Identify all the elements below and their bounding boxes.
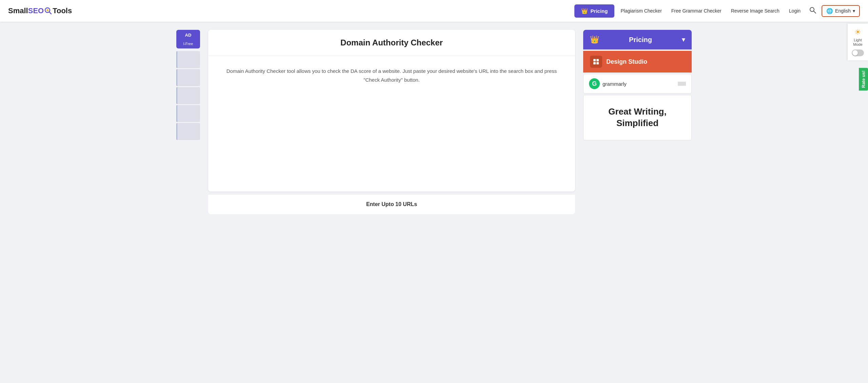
ad-badge: AD — [176, 30, 200, 40]
crown-icon: 👑 — [581, 8, 588, 14]
svg-rect-8 — [593, 62, 596, 64]
light-mode-label: Light Mode — [850, 38, 865, 47]
great-writing-title: Great Writing, Simplified — [592, 106, 683, 129]
grammarly-logo-icon: G — [589, 78, 600, 89]
great-writing-card: Great Writing, Simplified — [583, 95, 692, 140]
tool-card-header: Domain Authority Checker — [208, 30, 575, 56]
side-bars — [176, 51, 200, 140]
grammarly-label: grammarly — [603, 81, 627, 87]
design-studio-label: Design Studio — [606, 58, 647, 65]
left-sidebar: AD l-Free — [176, 30, 200, 214]
nav-link-plagiarism[interactable]: Plagiarism Checker — [617, 5, 665, 16]
globe-icon: 🌐 — [826, 8, 833, 14]
language-label: English — [835, 8, 851, 14]
sidebar-pricing-button[interactable]: 👑 Pricing ▾ — [583, 30, 692, 49]
language-button[interactable]: 🌐 English ▾ — [822, 5, 860, 17]
tool-title: Domain Authority Checker — [216, 38, 567, 47]
design-studio-icon — [590, 56, 602, 68]
light-mode-toggle[interactable] — [852, 49, 864, 56]
side-bar-3 — [176, 87, 200, 104]
sidebar-crown-icon: 👑 — [590, 35, 599, 44]
svg-line-1 — [49, 12, 51, 14]
logo-magnifier-icon — [44, 7, 52, 15]
logo-text-small: Small — [8, 6, 28, 15]
nav-link-reverse[interactable]: Reverse Image Search — [728, 5, 783, 16]
grammarly-tag — [678, 82, 686, 86]
grammarly-ad: G grammarly — [583, 74, 692, 94]
sidebar-pricing-label: Pricing — [629, 36, 652, 44]
svg-point-4 — [810, 7, 814, 12]
ad-free-label: l-Free — [176, 40, 200, 48]
side-bar-5 — [176, 123, 200, 140]
main-content: Domain Authority Checker Domain Authorit… — [208, 30, 575, 214]
logo[interactable]: SmallSEOTools — [8, 6, 72, 15]
tool-card-body: Domain Authority Checker tool allows you… — [208, 56, 575, 192]
main-nav: 👑 Pricing Plagiarism Checker Free Gramma… — [574, 4, 860, 18]
pricing-button-label: Pricing — [591, 8, 608, 14]
rate-us-button[interactable]: Rate us! — [859, 68, 868, 90]
header: SmallSEOTools 👑 Pricing Plagiarism Check… — [0, 0, 868, 22]
right-sidebar: 👑 Pricing ▾ Design Studio G grammarly Gr… — [583, 30, 692, 214]
pricing-button[interactable]: 👑 Pricing — [574, 4, 615, 18]
logo-text-seo: SEO — [28, 6, 44, 15]
design-studio-button[interactable]: Design Studio — [583, 51, 692, 73]
main-layout: AD l-Free Domain Authority Checker Domai… — [163, 22, 705, 222]
svg-line-5 — [814, 11, 816, 13]
toggle-knob — [852, 50, 858, 56]
side-bar-2 — [176, 69, 200, 86]
tool-card: Domain Authority Checker Domain Authorit… — [208, 30, 575, 192]
url-input-section: Enter Upto 10 URLs — [208, 194, 575, 214]
tool-description: Domain Authority Checker tool allows you… — [224, 67, 559, 84]
nav-link-grammar[interactable]: Free Grammar Checker — [668, 5, 725, 16]
login-link[interactable]: Login — [786, 5, 804, 16]
search-icon[interactable] — [807, 4, 819, 18]
svg-rect-7 — [596, 59, 599, 61]
sidebar-chevron-icon: ▾ — [682, 36, 685, 43]
logo-text-tools: Tools — [53, 6, 72, 15]
side-bar-4 — [176, 105, 200, 122]
chevron-down-icon: ▾ — [853, 8, 855, 14]
side-bar-1 — [176, 51, 200, 68]
url-input-label: Enter Upto 10 URLs — [224, 201, 559, 207]
sun-icon: ☀ — [854, 28, 861, 37]
svg-rect-9 — [596, 62, 599, 64]
light-mode-panel: ☀ Light Mode — [848, 24, 868, 60]
svg-rect-6 — [593, 59, 596, 61]
